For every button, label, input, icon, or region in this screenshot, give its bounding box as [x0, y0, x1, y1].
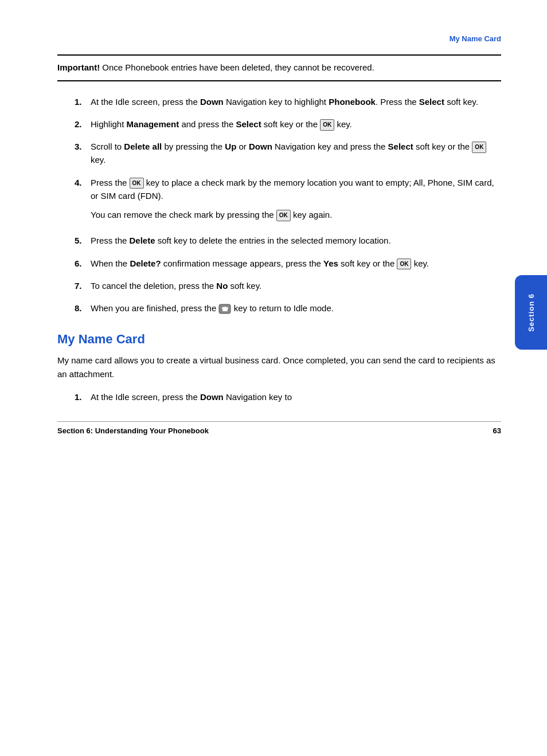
page-container: My Name Card Important! Once Phonebook e…	[0, 0, 547, 756]
footer-row: Section 6: Understanding Your Phonebook …	[57, 421, 501, 435]
important-text: Once Phonebook entries have been deleted…	[100, 62, 374, 72]
step-5-content: Press the Delete soft key to delete the …	[91, 234, 501, 247]
step-4-number: 4.	[75, 176, 91, 225]
step-1-content: At the Idle screen, press the Down Navig…	[91, 95, 501, 108]
my-name-card-step-1-content: At the Idle screen, press the Down Navig…	[91, 390, 501, 404]
step-2-number: 2.	[75, 117, 91, 131]
my-name-card-intro: My name card allows you to create a virt…	[57, 354, 501, 381]
step-8-content: When you are finished, press the ☎ key t…	[91, 301, 501, 315]
section-tab-text: Section 6	[527, 293, 536, 332]
step-3: 3. Scroll to Delete all by pressing the …	[75, 140, 501, 167]
end-key-icon: ☎	[218, 303, 231, 314]
my-name-card-steps: 1. At the Idle screen, press the Down Na…	[75, 390, 501, 404]
my-name-card-heading: My Name Card	[57, 332, 501, 347]
step-3-content: Scroll to Delete all by pressing the Up …	[91, 140, 501, 167]
footer-page: 63	[493, 426, 501, 435]
step-7-content: To cancel the deletion, press the No sof…	[91, 279, 501, 292]
svg-text:☎: ☎	[221, 306, 229, 312]
page-header: My Name Card	[57, 34, 501, 43]
step-6-number: 6.	[75, 257, 91, 270]
step-6-content: When the Delete? confirmation message ap…	[91, 257, 501, 270]
step-4-content: Press the OK key to place a check mark b…	[91, 176, 501, 225]
important-box: Important! Once Phonebook entries have b…	[57, 54, 501, 81]
step-8-number: 8.	[75, 301, 91, 315]
step-2: 2. Highlight Management and press the Se…	[75, 117, 501, 131]
important-label: Important!	[57, 62, 100, 72]
step-6: 6. When the Delete? confirmation message…	[75, 257, 501, 270]
my-name-card-step-1-number: 1.	[75, 390, 91, 404]
step-8: 8. When you are finished, press the ☎ ke…	[75, 301, 501, 315]
steps-list: 1. At the Idle screen, press the Down Na…	[75, 95, 501, 315]
my-name-card-section: My Name Card My name card allows you to …	[57, 332, 501, 404]
my-name-card-step-1: 1. At the Idle screen, press the Down Na…	[75, 390, 501, 404]
step-1: 1. At the Idle screen, press the Down Na…	[75, 95, 501, 108]
step-3-number: 3.	[75, 140, 91, 167]
header-title: My Name Card	[450, 34, 501, 43]
step-2-content: Highlight Management and press the Selec…	[91, 117, 501, 131]
step-4: 4. Press the OK key to place a check mar…	[75, 176, 501, 225]
footer-label: Section 6: Understanding Your Phonebook	[57, 426, 209, 435]
step-5: 5. Press the Delete soft key to delete t…	[75, 234, 501, 247]
step-7: 7. To cancel the deletion, press the No …	[75, 279, 501, 292]
step-7-number: 7.	[75, 279, 91, 292]
step-4-subparagraph: You can remove the check mark by pressin…	[91, 208, 501, 221]
section-6-tab: Section 6	[515, 275, 547, 350]
step-1-number: 1.	[75, 95, 91, 108]
step-5-number: 5.	[75, 234, 91, 247]
